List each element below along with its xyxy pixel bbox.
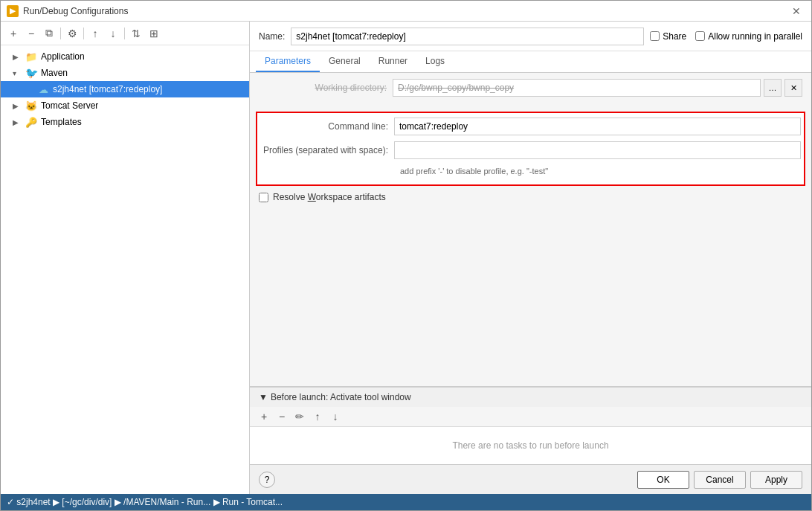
tree-item-tomcat[interactable]: ▶ 🐱 Tomcat Server	[1, 97, 249, 114]
config-tree: ▶ 📁 Application ▾ 🐦 Maven ☁ s2jh4net [to…	[1, 45, 249, 494]
command-line-input-wrap	[394, 118, 801, 135]
left-toolbar: + − ⧉ ⚙ ↑ ↓ ⇅ ⊞	[1, 22, 249, 45]
name-label: Name:	[259, 31, 285, 42]
before-launch-edit-button[interactable]: ✏	[291, 408, 308, 425]
share-checkbox-label[interactable]: Share	[650, 31, 686, 42]
arrow-icon: ▾	[13, 69, 25, 77]
tab-general[interactable]: General	[320, 51, 370, 72]
working-directory-input-wrap: … ✕	[393, 79, 802, 97]
tab-runner[interactable]: Runner	[370, 51, 416, 72]
working-directory-input[interactable]	[393, 79, 761, 97]
before-launch-remove-button[interactable]: −	[274, 408, 290, 425]
before-launch-header[interactable]: ▼ Before launch: Activate tool window	[250, 387, 811, 407]
tab-parameters[interactable]: Parameters	[256, 51, 320, 72]
tab-bar: Parameters General Runner Logs	[250, 51, 811, 73]
remove-config-button[interactable]: −	[23, 25, 39, 42]
before-launch-up-button[interactable]: ↑	[309, 408, 326, 425]
working-directory-row: Working directory: … ✕	[259, 79, 802, 97]
before-launch-section: ▼ Before launch: Activate tool window + …	[250, 386, 811, 464]
resolve-checkbox[interactable]	[259, 193, 268, 202]
tree-item-templates[interactable]: ▶ 🔑 Templates	[1, 114, 249, 130]
profiles-input[interactable]	[394, 141, 801, 159]
profiles-hint: add prefix '-' to disable profile, e.g. …	[260, 165, 801, 180]
before-launch-arrow: ▼	[259, 392, 268, 402]
command-line-input[interactable]	[394, 118, 801, 135]
working-directory-label: Working directory:	[259, 83, 393, 93]
help-button[interactable]: ?	[259, 472, 275, 488]
profiles-input-wrap	[394, 141, 801, 159]
resolve-row: Resolve Workspace artifacts	[250, 189, 811, 205]
templates-icon: 🔑	[25, 116, 38, 128]
highlighted-section: Command line: Profiles (separated with s…	[256, 112, 805, 186]
arrow-icon: ▶	[13, 102, 25, 110]
close-button[interactable]: ✕	[787, 4, 805, 19]
params-panel: Working directory: … ✕ Command line:	[250, 73, 811, 386]
title-bar: ▶ Run/Debug Configurations ✕	[1, 1, 811, 22]
allow-parallel-label: Allow running in parallel	[708, 31, 802, 42]
before-launch-toolbar: + − ✏ ↑ ↓	[250, 407, 811, 427]
name-input[interactable]	[291, 28, 644, 45]
tree-item-label: Maven	[41, 68, 68, 78]
maven-icon: 🐦	[25, 67, 38, 79]
cancel-button[interactable]: Cancel	[694, 471, 746, 489]
toolbar-separator-3	[124, 28, 125, 39]
toolbar-separator-1	[60, 28, 61, 39]
apply-button[interactable]: Apply	[750, 471, 802, 489]
before-launch-content: There are no tasks to run before launch	[250, 427, 811, 464]
profiles-row: Profiles (separated with space):	[260, 141, 801, 159]
bottom-bar: ? OK Cancel Apply	[250, 464, 811, 494]
left-panel: + − ⧉ ⚙ ↑ ↓ ⇅ ⊞ ▶ 📁 Application	[1, 22, 250, 494]
tomcat-icon: 🐱	[25, 100, 38, 112]
working-directory-clear-button[interactable]: ✕	[784, 79, 802, 97]
arrow-up-button[interactable]: ↑	[87, 25, 103, 42]
status-bar: ✓ s2jh4net ▶ [~/gc/div/div] ▶ /MAVEN/Mai…	[1, 494, 811, 510]
window-icon: ▶	[7, 5, 19, 17]
s2jh4net-icon: ☁	[36, 83, 50, 95]
tree-item-label: Tomcat Server	[41, 100, 98, 111]
copy-config-button[interactable]: ⧉	[41, 25, 57, 42]
toolbar-separator-2	[83, 28, 84, 39]
name-bar: Name: Share Allow running in parallel	[250, 22, 811, 51]
sort-button[interactable]: ⇅	[128, 25, 144, 42]
command-line-label: Command line:	[260, 121, 394, 132]
tab-logs[interactable]: Logs	[416, 51, 454, 72]
before-launch-add-button[interactable]: +	[256, 408, 272, 425]
working-directory-browse-button[interactable]: …	[764, 79, 782, 97]
tree-item-label: Templates	[41, 117, 82, 127]
working-directory-section: Working directory: … ✕	[250, 73, 811, 109]
arrow-down-button[interactable]: ↓	[105, 25, 121, 42]
allow-parallel-checkbox[interactable]	[695, 31, 705, 41]
share-checkbox[interactable]	[650, 31, 660, 41]
filter-button[interactable]: ⊞	[146, 25, 162, 42]
arrow-icon: ▶	[13, 53, 25, 61]
share-area: Share Allow running in parallel	[650, 31, 802, 42]
profiles-label: Profiles (separated with space):	[260, 145, 394, 155]
command-line-row: Command line:	[260, 118, 801, 135]
add-config-button[interactable]: +	[5, 25, 22, 42]
arrow-icon: ▶	[13, 118, 25, 126]
status-text: ✓ s2jh4net ▶ [~/gc/div/div] ▶ /MAVEN/Mai…	[7, 497, 283, 507]
settings-button[interactable]: ⚙	[64, 25, 80, 42]
ok-button[interactable]: OK	[637, 471, 689, 489]
tree-item-s2jh4net[interactable]: ☁ s2jh4net [tomcat7:redeploy]	[1, 81, 249, 97]
tree-item-application[interactable]: ▶ 📁 Application	[1, 48, 249, 65]
right-panel: Name: Share Allow running in parallel Pa…	[250, 22, 811, 494]
share-label: Share	[663, 31, 686, 42]
window-title: Run/Debug Configurations	[23, 6, 128, 16]
before-launch-down-button[interactable]: ↓	[327, 408, 344, 425]
tree-item-label: s2jh4net [tomcat7:redeploy]	[53, 84, 162, 94]
allow-parallel-checkbox-label[interactable]: Allow running in parallel	[695, 31, 802, 42]
tree-item-label: Application	[41, 51, 85, 62]
tree-item-maven[interactable]: ▾ 🐦 Maven	[1, 65, 249, 81]
resolve-label[interactable]: Resolve Workspace artifacts	[273, 192, 386, 202]
application-icon: 📁	[25, 51, 38, 62]
before-launch-empty-message: There are no tasks to run before launch	[452, 440, 608, 451]
before-launch-title: Before launch: Activate tool window	[271, 392, 411, 402]
